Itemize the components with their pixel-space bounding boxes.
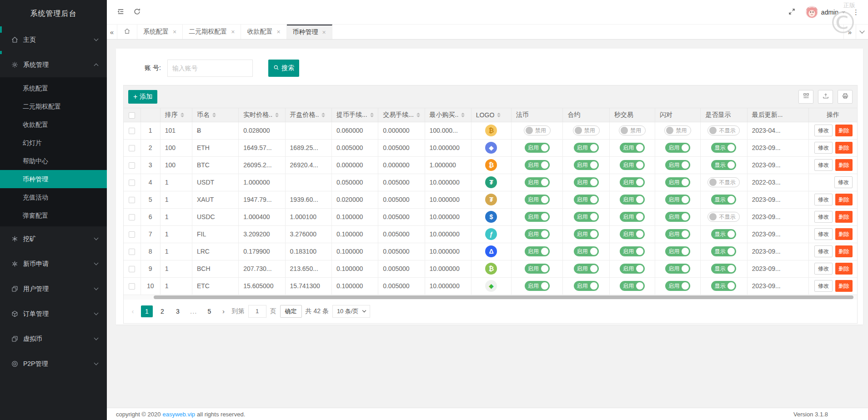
sidebar-item-P2P管理[interactable]: P2P管理 xyxy=(0,351,107,376)
sidebar-item-系统管理[interactable]: 系统管理 xyxy=(0,52,107,77)
contract-toggle[interactable]: 启用 xyxy=(574,177,599,187)
sidebar-subitem-币种管理[interactable]: 币种管理 xyxy=(0,170,107,188)
tab-收款配置[interactable]: 收款配置× xyxy=(241,25,286,39)
sidebar-subitem-帮助中心[interactable]: 帮助中心 xyxy=(0,152,107,170)
select-all-checkbox[interactable] xyxy=(129,112,135,119)
per-page-select[interactable]: 10 条/页 xyxy=(332,305,370,318)
flash-swap-toggle[interactable]: 启用 xyxy=(665,195,690,205)
sidebar-subitem-充值活动[interactable]: 充值活动 xyxy=(0,188,107,206)
contract-toggle[interactable]: 启用 xyxy=(574,229,599,239)
visible-toggle[interactable]: 显示 xyxy=(711,195,736,205)
seconds-trade-toggle[interactable]: 启用 xyxy=(620,160,645,170)
edit-button[interactable]: 修改 xyxy=(814,194,833,205)
sidebar-item-订单管理[interactable]: 订单管理 xyxy=(0,301,107,326)
fiat-toggle[interactable]: 启用 xyxy=(525,229,550,239)
tabs-scroll-left-button[interactable]: « xyxy=(107,25,117,39)
sort-icon[interactable] xyxy=(461,113,465,117)
delete-button[interactable]: 删除 xyxy=(835,263,853,275)
sidebar-item-主页[interactable]: 主页 xyxy=(0,27,107,52)
edit-button[interactable]: 修改 xyxy=(814,142,833,154)
sidebar-subitem-弹窗配置[interactable]: 弹窗配置 xyxy=(0,206,107,225)
prev-page-button[interactable]: ‹ xyxy=(128,307,137,315)
collapse-sidebar-button[interactable] xyxy=(112,4,129,20)
row-checkbox[interactable] xyxy=(129,266,135,272)
tab-系统配置[interactable]: 系统配置× xyxy=(137,25,183,39)
scrollbar-thumb[interactable] xyxy=(154,295,853,299)
row-checkbox[interactable] xyxy=(129,128,135,134)
contract-toggle[interactable]: 启用 xyxy=(574,143,599,153)
row-checkbox[interactable] xyxy=(129,145,135,151)
visible-toggle[interactable]: 显示 xyxy=(711,264,736,274)
fiat-toggle[interactable]: 启用 xyxy=(525,143,550,153)
page-button-5[interactable]: 5 xyxy=(204,305,216,317)
contract-toggle[interactable]: 禁用 xyxy=(573,125,600,135)
delete-button[interactable]: 删除 xyxy=(835,245,853,257)
sidebar-item-新币申请[interactable]: 新币申请 xyxy=(0,251,107,276)
seconds-trade-toggle[interactable]: 启用 xyxy=(620,246,645,256)
visible-toggle[interactable]: 不显示 xyxy=(707,212,740,222)
sidebar-subitem-二元期权配置[interactable]: 二元期权配置 xyxy=(0,97,107,115)
fullscreen-button[interactable] xyxy=(784,4,800,20)
delete-button[interactable]: 删除 xyxy=(835,142,853,154)
search-button[interactable]: 搜索 xyxy=(268,60,299,77)
flash-swap-toggle[interactable]: 启用 xyxy=(665,212,690,222)
seconds-trade-toggle[interactable]: 启用 xyxy=(620,229,645,239)
tabs-scroll-right-button[interactable]: » xyxy=(843,25,856,39)
print-button[interactable] xyxy=(838,90,853,104)
seconds-trade-toggle[interactable]: 禁用 xyxy=(619,125,646,135)
close-icon[interactable]: × xyxy=(231,28,235,35)
tab-二元期权配置[interactable]: 二元期权配置× xyxy=(183,25,241,39)
delete-button[interactable]: 删除 xyxy=(835,159,853,171)
seconds-trade-toggle[interactable]: 启用 xyxy=(620,264,645,274)
fiat-toggle[interactable]: 启用 xyxy=(525,281,550,291)
row-checkbox[interactable] xyxy=(129,214,135,220)
row-checkbox[interactable] xyxy=(129,283,135,290)
edit-button[interactable]: 修改 xyxy=(814,263,833,275)
seconds-trade-toggle[interactable]: 启用 xyxy=(620,143,645,153)
fiat-toggle[interactable]: 启用 xyxy=(525,264,550,274)
contract-toggle[interactable]: 启用 xyxy=(574,160,599,170)
close-icon[interactable]: × xyxy=(276,28,280,35)
visible-toggle[interactable]: 不显示 xyxy=(707,125,740,135)
sort-icon[interactable] xyxy=(370,113,374,117)
flash-swap-toggle[interactable]: 启用 xyxy=(665,160,690,170)
edit-button[interactable]: 修改 xyxy=(814,211,833,223)
sidebar-item-挖矿[interactable]: 挖矿 xyxy=(0,226,107,251)
delete-button[interactable]: 删除 xyxy=(835,194,853,205)
delete-button[interactable]: 删除 xyxy=(835,228,853,240)
fiat-toggle[interactable]: 启用 xyxy=(525,160,550,170)
sidebar-item-虚拟币[interactable]: 虚拟币 xyxy=(0,326,107,351)
export-button[interactable] xyxy=(818,90,833,104)
visible-toggle[interactable]: 不显示 xyxy=(707,177,740,187)
flash-swap-toggle[interactable]: 启用 xyxy=(665,264,690,274)
contract-toggle[interactable]: 启用 xyxy=(574,281,599,291)
columns-filter-button[interactable] xyxy=(798,90,813,104)
fiat-toggle[interactable]: 启用 xyxy=(525,195,550,205)
seconds-trade-toggle[interactable]: 启用 xyxy=(620,177,645,187)
flash-swap-toggle[interactable]: 启用 xyxy=(665,143,690,153)
edit-button[interactable]: 修改 xyxy=(814,125,833,136)
contract-toggle[interactable]: 启用 xyxy=(574,264,599,274)
fiat-toggle[interactable]: 启用 xyxy=(525,177,550,187)
visible-toggle[interactable]: 显示 xyxy=(711,246,736,256)
goto-page-input[interactable] xyxy=(248,305,266,318)
next-page-button[interactable]: › xyxy=(219,307,228,315)
sort-icon[interactable] xyxy=(497,113,501,117)
sort-icon[interactable] xyxy=(181,113,184,117)
contract-toggle[interactable]: 启用 xyxy=(574,246,599,256)
fiat-toggle[interactable]: 禁用 xyxy=(524,125,551,135)
flash-swap-toggle[interactable]: 禁用 xyxy=(664,125,691,135)
sort-icon[interactable] xyxy=(416,113,420,117)
refresh-button[interactable] xyxy=(129,4,145,20)
tab-home[interactable] xyxy=(117,25,137,39)
page-button-2[interactable]: 2 xyxy=(156,305,168,317)
user-menu[interactable]: admin xyxy=(800,6,846,18)
seconds-trade-toggle[interactable]: 启用 xyxy=(620,281,645,291)
edit-button[interactable]: 修改 xyxy=(814,245,833,257)
row-checkbox[interactable] xyxy=(129,162,135,169)
tab-币种管理[interactable]: 币种管理× xyxy=(287,25,332,39)
delete-button[interactable]: 删除 xyxy=(835,280,853,292)
seconds-trade-toggle[interactable]: 启用 xyxy=(620,212,645,222)
fiat-toggle[interactable]: 启用 xyxy=(525,246,550,256)
edit-button[interactable]: 修改 xyxy=(834,176,853,188)
